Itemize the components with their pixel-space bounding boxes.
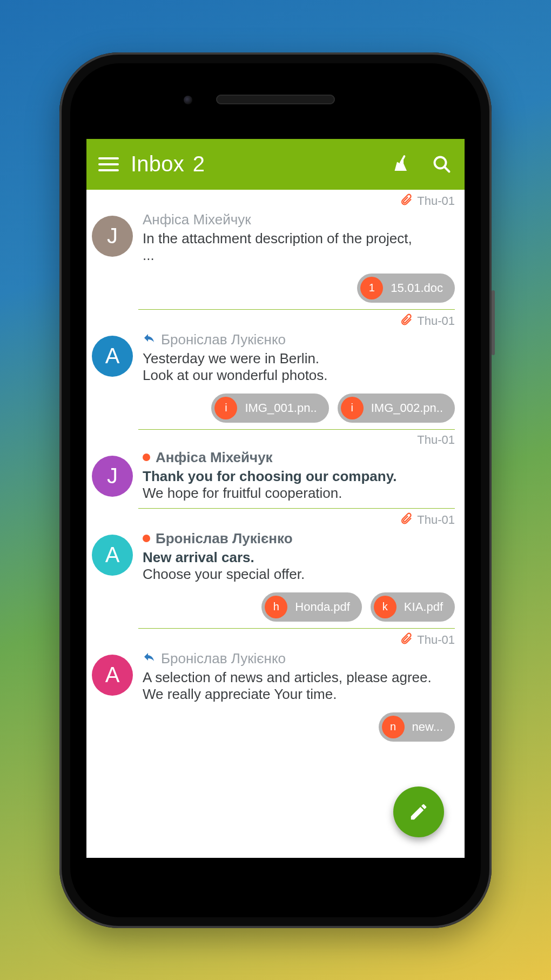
avatar[interactable]: J	[92, 456, 133, 497]
attachment-icon	[400, 632, 413, 648]
chip-bullet: h	[265, 596, 287, 618]
phone-camera	[184, 96, 192, 104]
sender-row: Анфіса Міхейчук	[143, 211, 455, 228]
chip-label: IMG_001.pn..	[245, 401, 317, 415]
meta-row: Thu-01	[143, 629, 455, 649]
message-date: Thu-01	[417, 633, 455, 647]
subject-line: Thank you for choosing our company.	[143, 468, 455, 485]
message-body: Thu-01Броніслав ЛукієнкоNew arrival cars…	[138, 509, 455, 629]
message-row[interactable]: AThu-01Броніслав ЛукієнкоYesterday we we…	[86, 310, 465, 430]
preview-line: We really appreciate Your time.	[143, 686, 455, 703]
avatar-col: A	[86, 509, 138, 629]
attachment-icon	[400, 193, 413, 209]
message-row[interactable]: AThu-01Броніслав ЛукієнкоNew arrival car…	[86, 509, 465, 629]
subject-line: In the attachment description of the pro…	[143, 230, 455, 247]
message-body: Thu-01Броніслав ЛукієнкоA selection of n…	[138, 629, 455, 748]
message-list[interactable]: JThu-01Анфіса МіхейчукIn the attachment …	[86, 190, 465, 858]
attachment-chip[interactable]: iIMG_002.pn..	[338, 394, 455, 423]
sender-name: Броніслав Лукієнко	[161, 650, 286, 667]
avatar-letter: A	[105, 344, 120, 368]
message-body: Thu-01Анфіса МіхейчукThank you for choos…	[138, 430, 455, 509]
chip-label: new...	[412, 720, 443, 734]
search-icon	[432, 155, 452, 174]
chip-bullet: n	[382, 716, 405, 738]
search-button[interactable]	[431, 154, 453, 175]
compose-button[interactable]	[393, 786, 444, 837]
avatar-letter: A	[105, 663, 120, 687]
svg-line-2	[445, 166, 449, 171]
sender-name: Броніслав Лукієнко	[156, 530, 293, 547]
reply-icon	[143, 331, 156, 348]
avatar-col: A	[86, 310, 138, 430]
chip-bullet: k	[374, 596, 397, 618]
meta-row: Thu-01	[143, 310, 455, 330]
attachment-icon	[400, 512, 413, 528]
message-date: Thu-01	[417, 513, 455, 527]
compose-icon	[408, 802, 429, 822]
chip-label: KIA.pdf	[404, 600, 443, 614]
title-wrap: Inbox 2	[131, 152, 391, 176]
meta-row: Thu-01	[143, 430, 455, 448]
chip-label: 15.01.doc	[391, 281, 443, 295]
chip-bullet: i	[341, 397, 364, 419]
sweep-button[interactable]	[391, 154, 413, 175]
avatar-letter: A	[105, 543, 120, 567]
attachment-chip-row: 115.01.doc	[143, 274, 455, 303]
avatar-letter: J	[107, 224, 118, 248]
chip-label: IMG_002.pn..	[371, 401, 443, 415]
preview-line: We hope for fruitful cooperation.	[143, 485, 455, 502]
sweep-icon	[392, 155, 412, 174]
phone-speaker	[216, 95, 335, 104]
avatar-letter: J	[107, 464, 118, 488]
unread-dot-icon	[143, 535, 150, 542]
appbar-actions	[391, 154, 453, 175]
sender-row: Анфіса Міхейчук	[143, 449, 455, 466]
phone-inner: Inbox 2	[70, 63, 481, 917]
avatar[interactable]: J	[92, 216, 133, 257]
app-screen: Inbox 2	[86, 139, 465, 858]
sender-name: Броніслав Лукієнко	[161, 331, 286, 348]
sender-row: Броніслав Лукієнко	[143, 650, 455, 667]
avatar[interactable]: A	[92, 336, 133, 377]
sender-name: Анфіса Міхейчук	[156, 449, 273, 466]
sender-row: Броніслав Лукієнко	[143, 530, 455, 547]
preview-line: ...	[143, 247, 455, 264]
attachment-chip-row: hHonda.pdfkKIA.pdf	[143, 592, 455, 622]
subject-line: New arrival cars.	[143, 549, 455, 566]
attachment-chip-row: nnew...	[143, 712, 455, 742]
app-bar: Inbox 2	[86, 139, 465, 190]
attachment-chip[interactable]: nnew...	[379, 712, 455, 742]
chip-label: Honda.pdf	[295, 600, 350, 614]
sender-name: Анфіса Міхейчук	[143, 211, 251, 228]
message-body: Thu-01Анфіса МіхейчукIn the attachment d…	[138, 190, 455, 310]
chip-bullet: 1	[360, 277, 383, 299]
message-date: Thu-01	[417, 194, 455, 208]
message-body: Thu-01Броніслав ЛукієнкоYesterday we wer…	[138, 310, 455, 430]
avatar[interactable]: A	[92, 655, 133, 696]
phone-frame: Inbox 2	[59, 52, 492, 928]
message-row[interactable]: AThu-01Броніслав ЛукієнкоA selection of …	[86, 629, 465, 748]
attachment-icon	[400, 313, 413, 329]
meta-row: Thu-01	[143, 509, 455, 529]
attachment-chip-row: iIMG_001.pn..iIMG_002.pn..	[143, 394, 455, 423]
menu-icon	[98, 157, 119, 159]
message-date: Thu-01	[417, 433, 455, 447]
menu-button[interactable]	[96, 152, 121, 177]
unread-dot-icon	[143, 454, 150, 461]
chip-bullet: i	[214, 397, 237, 419]
attachment-chip[interactable]: hHonda.pdf	[261, 592, 362, 622]
avatar-col: A	[86, 629, 138, 748]
preview-line: Choose your special offer.	[143, 566, 455, 583]
reply-icon	[143, 650, 156, 667]
attachment-chip[interactable]: 115.01.doc	[357, 274, 455, 303]
message-row[interactable]: JThu-01Анфіса МіхейчукThank you for choo…	[86, 430, 465, 509]
avatar-col: J	[86, 430, 138, 509]
avatar[interactable]: A	[92, 535, 133, 576]
sender-row: Броніслав Лукієнко	[143, 331, 455, 348]
attachment-chip[interactable]: kKIA.pdf	[371, 592, 455, 622]
subject-line: A selection of news and articles, please…	[143, 669, 455, 686]
message-date: Thu-01	[417, 314, 455, 328]
meta-row: Thu-01	[143, 190, 455, 210]
message-row[interactable]: JThu-01Анфіса МіхейчукIn the attachment …	[86, 190, 465, 310]
attachment-chip[interactable]: iIMG_001.pn..	[211, 394, 328, 423]
